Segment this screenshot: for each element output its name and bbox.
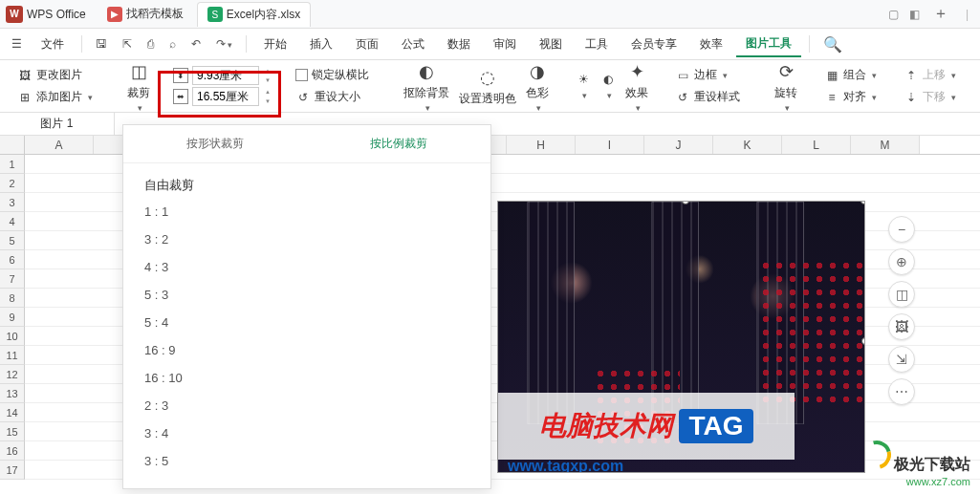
- menu-efficiency[interactable]: 效率: [690, 32, 732, 56]
- inserted-picture[interactable]: 电脑技术网 TAG www.tagxp.com: [497, 201, 865, 473]
- app-logo-icon: W: [6, 6, 23, 23]
- rotate-button[interactable]: ⟳旋转: [771, 58, 801, 115]
- brightness-button[interactable]: ☀: [572, 70, 595, 102]
- export-icon[interactable]: ⇱: [117, 33, 138, 54]
- crop-tool-button[interactable]: ◫: [888, 281, 915, 308]
- undo-icon[interactable]: ↶: [185, 33, 207, 54]
- row-header[interactable]: 1: [0, 155, 25, 174]
- row-header[interactable]: 9: [0, 308, 25, 327]
- row-header[interactable]: 6: [0, 250, 25, 269]
- row-header[interactable]: 4: [0, 212, 25, 231]
- row-header[interactable]: 7: [0, 269, 25, 289]
- crop-ratio-item[interactable]: 16 : 9: [144, 336, 469, 364]
- redo-icon[interactable]: ↷: [210, 33, 238, 54]
- tab-excel-file[interactable]: S Excel内容.xlsx: [197, 2, 311, 27]
- menu-member[interactable]: 会员专享: [621, 32, 686, 56]
- col-header[interactable]: L: [782, 136, 851, 154]
- tab-template[interactable]: ▶ 找稻壳模板: [98, 2, 193, 27]
- save-icon[interactable]: 🖫: [90, 33, 113, 54]
- menu-icon[interactable]: ☰: [6, 33, 28, 54]
- row-header[interactable]: 14: [0, 403, 25, 422]
- color-button[interactable]: ◑色彩: [522, 58, 553, 115]
- name-box[interactable]: 图片 1: [0, 113, 115, 135]
- menu-start[interactable]: 开始: [254, 32, 296, 56]
- group-button[interactable]: ▦组合: [820, 65, 881, 85]
- zoom-button[interactable]: ⊕: [888, 248, 915, 275]
- label: 边框: [694, 67, 717, 83]
- reset-size-button[interactable]: ↺重设大小: [292, 87, 373, 107]
- row-header[interactable]: 16: [0, 441, 25, 461]
- crop-ratio-item[interactable]: 5 : 3: [144, 281, 469, 309]
- col-header[interactable]: H: [507, 136, 576, 154]
- border-button[interactable]: ▭边框: [671, 65, 744, 85]
- set-transparent-button[interactable]: ◌设置透明色: [455, 64, 520, 109]
- col-header[interactable]: J: [644, 136, 713, 154]
- tab-restore-icon[interactable]: ◧: [908, 8, 922, 21]
- crop-ratio-item[interactable]: 4 : 3: [144, 253, 469, 281]
- corner-title: 极光下载站: [894, 456, 970, 472]
- col-header[interactable]: K: [713, 136, 782, 154]
- row-header[interactable]: 11: [0, 346, 25, 365]
- export-tool-button[interactable]: ⇲: [888, 346, 915, 373]
- menu-picture-tools[interactable]: 图片工具: [736, 32, 801, 57]
- menu-data[interactable]: 数据: [438, 32, 480, 56]
- contrast-button[interactable]: ◐: [597, 70, 620, 102]
- more-tool-button[interactable]: ⋯: [888, 378, 915, 405]
- menu-review[interactable]: 审阅: [484, 32, 526, 56]
- width-spinner[interactable]: ▲▼: [263, 87, 272, 106]
- row-header[interactable]: 17: [0, 461, 25, 480]
- preview-icon[interactable]: ⌕: [163, 33, 182, 54]
- remove-bg-icon: ◐: [415, 60, 438, 83]
- row-header[interactable]: 8: [0, 289, 25, 308]
- search-icon[interactable]: 🔍: [817, 32, 848, 57]
- crop-ratio-item[interactable]: 16 : 10: [144, 364, 469, 392]
- change-picture-button[interactable]: 🖼更改图片: [13, 65, 97, 85]
- crop-ratio-item[interactable]: 5 : 4: [144, 309, 469, 336]
- print-icon[interactable]: ⎙: [142, 33, 160, 54]
- crop-ratio-item[interactable]: 3 : 5: [144, 447, 469, 475]
- picture-height-input[interactable]: [192, 66, 259, 85]
- file-menu[interactable]: 文件: [32, 32, 74, 56]
- replace-tool-button[interactable]: 🖼: [888, 313, 915, 340]
- brightness-icon: ☀: [576, 72, 591, 87]
- row-header[interactable]: 3: [0, 193, 25, 212]
- crop-tab-shape[interactable]: 按形状裁剪: [123, 125, 307, 162]
- move-up-button[interactable]: ⇡上移: [900, 65, 960, 85]
- picture-width-input[interactable]: [192, 87, 259, 106]
- add-tab-button[interactable]: ＋: [926, 4, 956, 24]
- row-header[interactable]: 5: [0, 231, 25, 250]
- crop-button[interactable]: ◫裁剪: [123, 58, 154, 115]
- menu-formula[interactable]: 公式: [392, 32, 434, 56]
- menu-page[interactable]: 页面: [346, 32, 388, 56]
- crop-ratio-item[interactable]: 2 : 3: [144, 392, 469, 419]
- row-header[interactable]: 15: [0, 422, 25, 441]
- remove-background-button[interactable]: ◐抠除背景: [400, 58, 453, 115]
- crop-tab-ratio[interactable]: 按比例裁剪: [307, 125, 490, 162]
- move-down-button[interactable]: ⇣下移: [900, 87, 960, 107]
- row-header[interactable]: 2: [0, 174, 25, 193]
- align-button[interactable]: ≡对齐: [820, 87, 881, 107]
- minus-button[interactable]: −: [888, 216, 915, 243]
- effect-button[interactable]: ✦效果: [621, 58, 652, 115]
- selection-handle[interactable]: [861, 337, 865, 345]
- tab-minimize-icon[interactable]: ▢: [887, 8, 901, 21]
- height-spinner[interactable]: ▲▼: [263, 66, 272, 85]
- reset-style-button[interactable]: ↺重设样式: [671, 87, 744, 107]
- lock-ratio-checkbox[interactable]: 锁定纵横比: [292, 65, 373, 85]
- select-all-corner[interactable]: [0, 136, 25, 154]
- crop-ratio-item[interactable]: 1 : 1: [144, 198, 469, 226]
- menu-tools[interactable]: 工具: [576, 32, 618, 56]
- crop-free-label[interactable]: 自由裁剪: [144, 177, 469, 194]
- col-header[interactable]: M: [851, 136, 920, 154]
- crop-ratio-item[interactable]: 3 : 2: [144, 226, 469, 253]
- col-header[interactable]: A: [25, 136, 94, 154]
- menu-insert[interactable]: 插入: [300, 32, 342, 56]
- row-header[interactable]: 13: [0, 384, 25, 403]
- row-header[interactable]: 12: [0, 365, 25, 384]
- tab-template-icon: ▶: [107, 7, 122, 22]
- menu-view[interactable]: 视图: [530, 32, 572, 56]
- crop-ratio-item[interactable]: 3 : 4: [144, 419, 469, 447]
- row-header[interactable]: 10: [0, 327, 25, 346]
- col-header[interactable]: I: [576, 136, 644, 154]
- add-picture-button[interactable]: ⊞添加图片: [13, 87, 97, 107]
